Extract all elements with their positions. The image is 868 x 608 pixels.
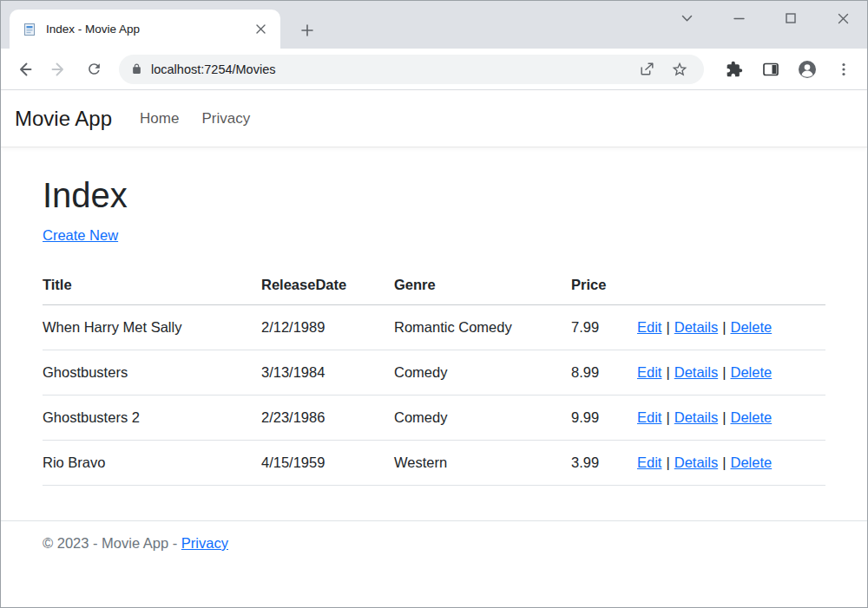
movies-table: Title ReleaseDate Genre Price When Harry…	[43, 268, 825, 486]
cell-release-date: 2/23/1986	[261, 396, 394, 441]
edit-link[interactable]: Edit	[637, 454, 661, 470]
cell-price: 8.99	[571, 350, 637, 396]
create-new-link[interactable]: Create New	[43, 227, 118, 243]
actions-cell: Edit|Details|Delete	[637, 396, 825, 441]
header-release-date: ReleaseDate	[261, 268, 394, 305]
bookmark-star-icon[interactable]	[667, 57, 692, 82]
actions-cell: Edit|Details|Delete	[637, 350, 825, 396]
maximize-button[interactable]	[779, 6, 803, 30]
cell-genre: Western	[394, 441, 571, 486]
tab-search-button[interactable]	[674, 6, 699, 30]
table-row: When Harry Met Sally 2/12/1989 Romantic …	[43, 305, 825, 350]
cell-title: When Harry Met Sally	[43, 305, 261, 350]
web-page: Movie App Home Privacy Index Create New …	[1, 90, 867, 608]
main-content: Index Create New Title ReleaseDate Genre…	[1, 176, 867, 486]
action-separator: |	[722, 409, 726, 425]
header-actions	[637, 268, 825, 305]
cell-title: Ghostbusters 2	[43, 396, 261, 441]
edit-link[interactable]: Edit	[637, 364, 661, 380]
extensions-puzzle-icon[interactable]	[721, 56, 747, 82]
page-title: Index	[43, 176, 825, 215]
page-footer: © 2023 - Movie App - Privacy	[1, 520, 867, 554]
delete-link[interactable]: Delete	[730, 454, 772, 470]
cell-release-date: 3/13/1984	[261, 350, 394, 396]
browser-tab[interactable]: Index - Movie App	[10, 10, 280, 49]
action-separator: |	[666, 364, 669, 380]
url-text[interactable]: localhost:7254/Movies	[151, 62, 626, 76]
nav-link-privacy[interactable]: Privacy	[201, 110, 250, 127]
cell-title: Rio Bravo	[43, 441, 261, 486]
cell-price: 7.99	[571, 305, 637, 350]
cell-title: Ghostbusters	[43, 350, 261, 396]
app-navbar: Movie App Home Privacy	[1, 90, 867, 147]
cell-genre: Romantic Comedy	[394, 305, 571, 350]
cell-release-date: 2/12/1989	[261, 305, 394, 350]
edit-link[interactable]: Edit	[637, 319, 661, 335]
table-row: Rio Bravo 4/15/1959 Western 3.99 Edit|De…	[43, 441, 825, 486]
header-genre: Genre	[394, 268, 571, 305]
browser-window: Index - Movie App	[0, 0, 868, 608]
close-window-button[interactable]	[831, 6, 855, 30]
brand-link[interactable]: Movie App	[15, 107, 112, 131]
cell-genre: Comedy	[394, 396, 571, 441]
action-separator: |	[666, 454, 669, 470]
copyright-text: © 2023 - Movie App -	[43, 535, 177, 551]
minimize-button[interactable]	[727, 6, 751, 30]
cell-release-date: 4/15/1959	[261, 441, 394, 486]
action-separator: |	[722, 319, 726, 335]
cell-price: 3.99	[571, 441, 637, 486]
share-icon[interactable]	[635, 57, 659, 82]
address-bar[interactable]: localhost:7254/Movies	[119, 55, 704, 84]
action-separator: |	[666, 319, 669, 335]
delete-link[interactable]: Delete	[730, 409, 772, 425]
tab-favicon-icon	[23, 23, 37, 36]
tab-close-icon[interactable]	[251, 20, 270, 39]
reload-icon[interactable]	[81, 56, 107, 82]
details-link[interactable]: Details	[674, 454, 718, 470]
window-controls	[647, 6, 855, 30]
tab-strip: Index - Movie App	[1, 1, 867, 49]
site-info-lock-icon[interactable]	[131, 62, 142, 75]
table-row: Ghostbusters 2 2/23/1986 Comedy 9.99 Edi…	[43, 396, 825, 441]
side-panel-icon[interactable]	[758, 56, 784, 82]
cell-price: 9.99	[571, 396, 637, 441]
browser-toolbar: localhost:7254/Movies	[1, 49, 867, 90]
details-link[interactable]: Details	[674, 364, 718, 380]
action-separator: |	[722, 454, 726, 470]
toolbar-right	[711, 56, 857, 82]
back-icon[interactable]	[11, 56, 37, 82]
footer-privacy-link[interactable]: Privacy	[181, 535, 228, 551]
table-header-row: Title ReleaseDate Genre Price	[43, 268, 825, 305]
actions-cell: Edit|Details|Delete	[637, 305, 825, 350]
forward-icon[interactable]	[46, 56, 72, 82]
tab-title: Index - Movie App	[46, 23, 251, 36]
nav-link-home[interactable]: Home	[140, 110, 179, 127]
delete-link[interactable]: Delete	[730, 319, 772, 335]
header-price: Price	[571, 268, 637, 305]
cell-genre: Comedy	[394, 350, 571, 396]
browser-menu-kebab-icon[interactable]	[831, 56, 857, 82]
details-link[interactable]: Details	[674, 409, 718, 425]
actions-cell: Edit|Details|Delete	[637, 441, 825, 486]
profile-avatar-icon[interactable]	[794, 56, 820, 82]
action-separator: |	[722, 364, 726, 380]
delete-link[interactable]: Delete	[730, 364, 772, 380]
table-row: Ghostbusters 3/13/1984 Comedy 8.99 Edit|…	[43, 350, 825, 396]
details-link[interactable]: Details	[674, 319, 718, 335]
new-tab-button[interactable]	[296, 19, 319, 42]
header-title: Title	[43, 268, 261, 305]
edit-link[interactable]: Edit	[637, 409, 661, 425]
action-separator: |	[666, 409, 669, 425]
